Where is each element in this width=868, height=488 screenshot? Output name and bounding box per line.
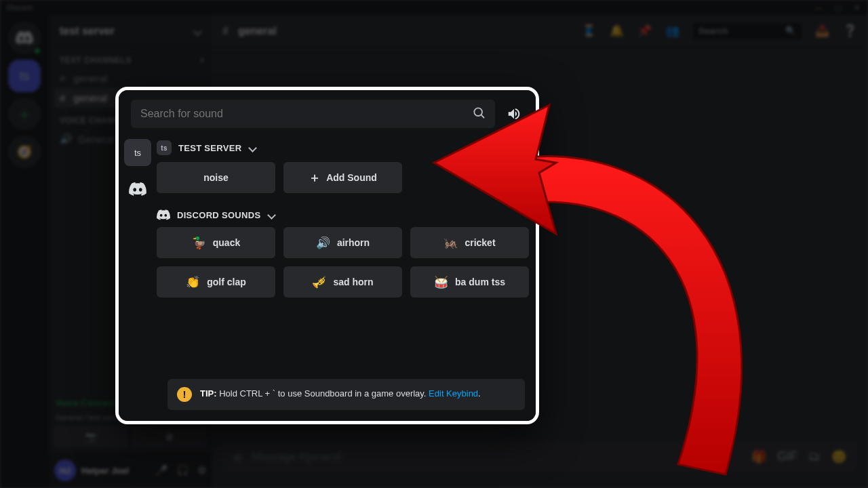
edit-keybind-link[interactable]: Edit Keybind [429, 388, 478, 399]
channel-item[interactable]: general [54, 68, 206, 88]
sticker-icon[interactable]: 🗂 [808, 449, 821, 464]
warning-icon: ! [177, 387, 192, 402]
settings-icon[interactable]: ⚙ [197, 464, 206, 476]
plus-icon: ＋ [309, 171, 321, 184]
sound-tile-cricket[interactable]: 🦗 cricket [410, 227, 529, 258]
discord-logo-icon [157, 209, 170, 220]
trumpet-icon: 🎺 [312, 277, 326, 288]
window-minimize-icon[interactable]: — [815, 3, 823, 12]
emoji-icon[interactable]: 😊 [831, 449, 846, 464]
sound-tile-golf-clap[interactable]: 👏 golf clap [157, 266, 275, 298]
drum-icon: 🥁 [434, 277, 448, 288]
header-search[interactable]: Search 🔍 [693, 23, 802, 39]
group-header-test-server[interactable]: ts TEST SERVER [157, 135, 526, 162]
threads-icon[interactable]: 🧵 [582, 24, 596, 38]
group-title: TEST SERVER [178, 143, 241, 153]
avatar[interactable]: HJ [54, 460, 76, 481]
chat-channel-name: general [238, 25, 277, 37]
tip-prefix: TIP: [200, 388, 217, 399]
sound-name: ba dum tss [455, 277, 505, 287]
sound-tile-quack[interactable]: 🦆 quack [157, 227, 275, 258]
sound-tile-noise[interactable]: noise [157, 162, 275, 193]
guild-bar: ts ＋ 🧭 [0, 15, 49, 488]
help-icon[interactable]: ❔ [843, 24, 857, 38]
explore-button[interactable]: 🧭 [8, 136, 41, 168]
attach-icon[interactable]: ⊕ [233, 451, 242, 464]
clap-icon: 👏 [186, 277, 200, 288]
tip-body: Hold CTRL + ` to use Soundboard in a gam… [217, 388, 429, 399]
sound-name: cricket [465, 237, 495, 248]
tip-suffix: . [478, 388, 481, 399]
soundboard-modal: ts ts TEST SERVER noise ＋ [115, 87, 539, 424]
app-name: Discord [7, 3, 32, 12]
sound-tile-ba-dum-tss[interactable]: 🥁 ba dum tss [410, 266, 529, 298]
volume-button[interactable] [505, 106, 524, 121]
server-name: test server [60, 25, 115, 37]
soundboard-tip: ! TIP: Hold CTRL + ` to use Soundboard i… [167, 379, 525, 410]
sound-tile-airhorn[interactable]: 🔊 airhorn [283, 227, 402, 258]
text-channels-label: TEXT CHANNELS [60, 56, 132, 65]
group-header-discord-sounds[interactable]: DISCORD SOUNDS [157, 204, 526, 227]
sound-name: golf clap [207, 277, 246, 287]
window-maximize-icon[interactable]: ▢ [835, 3, 842, 12]
deafen-icon[interactable]: 🎧 [176, 464, 189, 476]
cricket-icon: 🦗 [443, 237, 458, 249]
gift-icon[interactable]: 🎁 [751, 449, 766, 464]
source-test-server[interactable]: ts [124, 139, 151, 166]
add-channel-icon[interactable]: ＋ [198, 54, 206, 66]
add-server-button[interactable]: ＋ [8, 98, 41, 130]
add-sound-button[interactable]: ＋ Add Sound [283, 162, 402, 193]
mute-icon[interactable]: 🎤 [155, 464, 168, 476]
pinned-icon[interactable]: 📌 [637, 24, 652, 38]
username: Helper Joel [81, 466, 129, 476]
sound-name: airhorn [337, 237, 370, 248]
chevron-down-icon [193, 25, 201, 37]
hash-icon [222, 25, 231, 37]
gif-icon[interactable]: GIF [777, 449, 797, 464]
svg-point-0 [474, 108, 482, 116]
add-sound-label: Add Sound [326, 172, 377, 183]
chevron-down-icon [248, 143, 256, 153]
user-panel: HJ Helper Joel 🎤 🎧 ⚙ [49, 453, 212, 488]
members-icon[interactable]: 👥 [665, 24, 679, 38]
sound-name: sad horn [333, 277, 373, 287]
message-input[interactable]: ⊕ Message #general 🎁 GIF 🗂 😊 [222, 442, 857, 472]
video-button[interactable]: 📷 [54, 426, 128, 447]
guild-test-server[interactable]: ts [8, 60, 41, 92]
duck-icon: 🦆 [192, 237, 206, 249]
group-title: DISCORD SOUNDS [177, 210, 260, 220]
server-header[interactable]: test server [49, 15, 212, 47]
server-badge: ts [157, 140, 172, 155]
sound-source-column: ts [119, 135, 157, 379]
titlebar: Discord — ▢ ✕ [0, 0, 868, 15]
sound-tile-sad-horn[interactable]: 🎺 sad horn [283, 266, 402, 298]
inbox-icon[interactable]: 📥 [815, 24, 829, 38]
search-icon [472, 106, 486, 123]
sound-search-input[interactable] [140, 108, 472, 120]
source-discord[interactable] [124, 176, 151, 203]
sound-name: quack [213, 237, 240, 248]
chevron-down-icon [267, 210, 275, 220]
sound-search-field[interactable] [131, 100, 495, 128]
message-placeholder: Message #general [252, 451, 341, 463]
window-close-icon[interactable]: ✕ [854, 3, 860, 12]
sound-name: noise [203, 172, 229, 183]
speaker-icon: 🔊 [316, 237, 330, 249]
search-icon: 🔍 [785, 26, 796, 36]
notifications-icon[interactable]: 🔔 [610, 24, 624, 38]
screenshare-button[interactable]: 🖥 [132, 426, 206, 447]
